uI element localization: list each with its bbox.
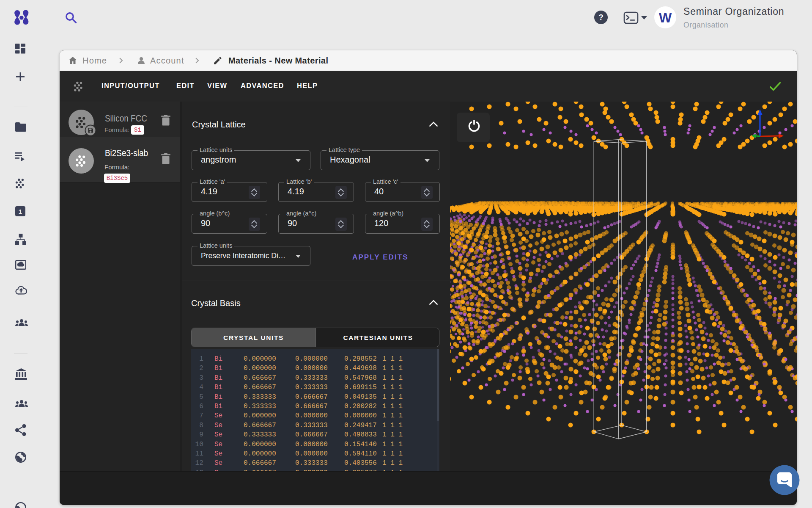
svg-text:1: 1	[19, 208, 22, 215]
